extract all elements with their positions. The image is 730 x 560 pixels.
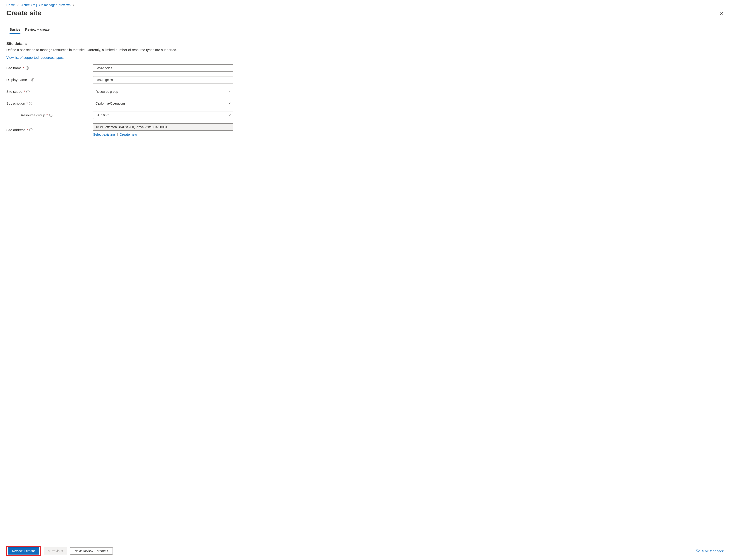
subscription-select[interactable] bbox=[93, 100, 233, 107]
required-marker: * bbox=[24, 90, 25, 93]
tabs: Basics Review + create bbox=[6, 27, 724, 34]
create-site-form: Site name * i Display name * i Site scop… bbox=[6, 64, 233, 136]
review-create-button[interactable]: Review + create bbox=[8, 547, 39, 555]
tab-basics[interactable]: Basics bbox=[10, 27, 20, 34]
chevron-right-icon bbox=[17, 4, 19, 6]
info-icon[interactable]: i bbox=[49, 114, 52, 117]
create-new-link[interactable]: Create new bbox=[120, 132, 137, 136]
supported-resources-link[interactable]: View list of supported resources types bbox=[6, 56, 64, 59]
give-feedback-label: Give feedback bbox=[702, 549, 724, 553]
label-subscription: Subscription bbox=[6, 101, 25, 105]
tree-connector bbox=[8, 110, 19, 116]
svg-point-0 bbox=[697, 549, 698, 551]
label-display-name: Display name bbox=[6, 78, 27, 82]
info-icon[interactable]: i bbox=[29, 102, 32, 105]
label-site-address: Site address bbox=[6, 128, 25, 132]
site-name-input[interactable] bbox=[93, 64, 233, 72]
next-button[interactable]: Next: Review + create > bbox=[70, 547, 113, 555]
info-icon[interactable]: i bbox=[31, 78, 34, 81]
required-marker: * bbox=[27, 101, 28, 105]
select-existing-link[interactable]: Select existing bbox=[93, 132, 115, 136]
label-site-name: Site name bbox=[6, 66, 22, 70]
site-address-input[interactable] bbox=[93, 123, 233, 131]
breadcrumb-home[interactable]: Home bbox=[6, 3, 15, 7]
required-marker: * bbox=[23, 66, 24, 70]
page-title: Create site bbox=[6, 9, 41, 17]
previous-button: < Previous bbox=[44, 547, 67, 555]
close-icon bbox=[720, 13, 724, 16]
label-site-scope: Site scope bbox=[6, 90, 22, 93]
info-icon[interactable]: i bbox=[29, 128, 32, 131]
section-title-site-details: Site details bbox=[6, 42, 724, 46]
required-marker: * bbox=[28, 78, 30, 82]
feedback-icon bbox=[696, 549, 700, 553]
footer-actions: Review + create < Previous Next: Review … bbox=[6, 542, 724, 560]
section-description: Define a site scope to manage resources … bbox=[6, 47, 724, 52]
info-icon[interactable]: i bbox=[26, 90, 29, 93]
give-feedback-link[interactable]: Give feedback bbox=[696, 549, 724, 553]
link-divider: | bbox=[117, 132, 118, 136]
display-name-input[interactable] bbox=[93, 76, 233, 83]
tab-review-create[interactable]: Review + create bbox=[25, 27, 49, 34]
required-marker: * bbox=[46, 113, 48, 117]
chevron-right-icon bbox=[73, 4, 75, 6]
close-button[interactable] bbox=[718, 10, 725, 17]
resource-group-select[interactable] bbox=[93, 112, 233, 119]
breadcrumb-azure-arc-site-manager[interactable]: Azure Arc | Site manager (preview) bbox=[21, 3, 71, 7]
required-marker: * bbox=[27, 128, 28, 132]
label-resource-group: Resource group bbox=[21, 113, 45, 117]
breadcrumb: Home Azure Arc | Site manager (preview) bbox=[6, 2, 724, 8]
info-icon[interactable]: i bbox=[26, 66, 29, 70]
site-scope-select[interactable] bbox=[93, 88, 233, 95]
highlight-box: Review + create bbox=[6, 546, 41, 556]
